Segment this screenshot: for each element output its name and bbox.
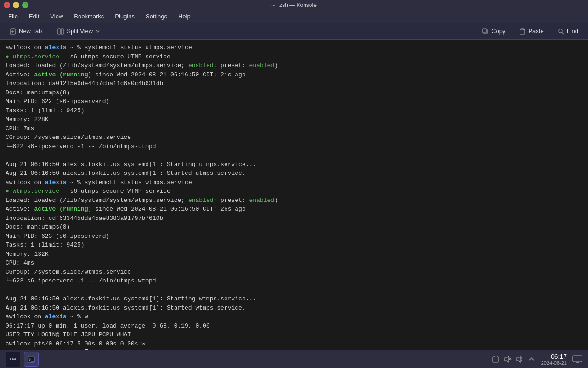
terminal-line: Loaded: loaded (/lib/systemd/system/utmp… [6,61,582,70]
taskbar: 06:17 2024-08-21 [0,350,588,368]
apps-icon[interactable] [6,352,20,367]
terminal-line: CGroup: /system.slice/utmps.service [6,133,582,142]
svg-point-12 [12,358,14,360]
toolbar-right: Copy Paste Find [476,25,584,37]
terminal-line: └─623 s6-ipcserverd -1 -- /bin/utmps-wtm… [6,276,582,286]
terminal-line: Aug 21 06:16:50 alexis.foxkit.us systemd… [6,169,582,178]
copy-button[interactable]: Copy [476,25,511,37]
terminal-line: CPU: 4ms [6,259,582,268]
find-button[interactable]: Find [552,25,584,37]
terminal-line: awilcox on alexis ~ % systemctl status u… [6,43,582,52]
split-view-label: Split View [67,28,93,34]
taskbar-left [6,352,39,367]
menu-edit[interactable]: Edit [24,12,44,21]
menu-settings[interactable]: Settings [141,12,172,21]
new-tab-button[interactable]: New Tab [4,25,48,37]
svg-point-13 [14,358,16,360]
terminal-line: Loaded: loaded (/lib/systemd/system/wtmp… [6,196,582,205]
terminal-line: Active: active (running) since Wed 2024-… [6,205,582,214]
copy-label: Copy [492,28,505,34]
menu-help[interactable]: Help [174,12,195,21]
titlebar-controls: × − □ [4,2,28,8]
menu-plugins[interactable]: Plugins [110,12,139,21]
find-icon [558,28,564,34]
find-label: Find [567,28,578,34]
titlebar: × − □ ~ : zsh — Konsole [0,0,588,10]
chevron-down-icon [96,29,100,34]
terminal-taskbar-icon[interactable] [24,352,39,367]
terminal[interactable]: awilcox on alexis ~ % systemctl status u… [0,40,588,350]
terminal-line: Aug 21 06:16:50 alexis.foxkit.us systemd… [6,160,582,169]
volume-icon[interactable] [515,355,524,363]
split-view-button[interactable]: Split View [51,25,106,37]
terminal-line: Tasks: 1 (limit: 9425) [6,241,582,250]
svg-rect-8 [521,29,524,30]
terminal-line: Invocation: da01215e6de44b7cba11c6a0c4b6… [6,79,582,88]
svg-rect-6 [483,29,486,33]
split-view-icon [57,28,64,34]
svg-line-10 [562,32,564,34]
terminal-line: Main PID: 623 (s6-ipcserverd) [6,232,582,241]
terminal-line: Docs: man:utmps(8) [6,88,582,98]
copy-icon [482,28,489,34]
svg-rect-14 [28,356,34,362]
terminal-line [6,286,582,295]
menu-view[interactable]: View [45,12,68,21]
svg-point-9 [559,29,562,33]
terminal-line: ● utmps.service – s6-utmps secure UTMP s… [6,52,582,62]
minimize-button[interactable]: − [13,2,19,8]
menu-file[interactable]: File [4,12,23,21]
new-tab-icon [10,28,16,34]
svg-rect-22 [573,356,582,362]
terminal-line: 06:17:17 up 0 min, 1 user, load average:… [6,322,582,331]
maximize-button[interactable]: □ [22,2,28,8]
menubar: File Edit View Bookmarks Plugins Setting… [0,10,588,23]
volume-mute-icon[interactable] [503,355,512,363]
terminal-line: Main PID: 622 (s6-ipcserverd) [6,97,582,106]
svg-point-11 [10,358,11,360]
clipboard-icon[interactable] [492,355,500,363]
terminal-line: awilcox on alexis ~ % w [6,312,582,322]
window-title: ~ : zsh — Konsole [271,2,317,8]
svg-rect-3 [58,29,60,34]
system-icons [492,355,536,363]
terminal-line: Tasks: 1 (limit: 9425) [6,106,582,115]
terminal-line: Memory: 228K [6,115,582,124]
paste-icon [519,28,526,34]
terminal-line [6,151,582,160]
paste-button[interactable]: Paste [513,25,549,37]
terminal-line: Aug 21 06:16:50 alexis.foxkit.us systemd… [6,304,582,313]
svg-rect-17 [494,356,497,357]
svg-rect-4 [61,29,63,34]
paste-label: Paste [528,28,543,34]
clock-date: 2024-08-21 [541,360,567,366]
terminal-line: CGroup: /system.slice/wtmps.service [6,268,582,277]
terminal-line: Invocation: cdf633445dda45ae8383a91797b7… [6,214,582,223]
terminal-line: Active: active (running) since Wed 2024-… [6,70,582,80]
clock: 06:17 2024-08-21 [541,353,567,366]
terminal-line: Aug 21 06:16:50 alexis.foxkit.us systemd… [6,294,582,304]
terminal-line: CPU: 7ms [6,124,582,133]
menu-bookmarks[interactable]: Bookmarks [69,12,108,21]
terminal-line: └─622 s6-ipcserverd -1 -- /bin/utmps-utm… [6,142,582,151]
arrow-up-icon[interactable] [527,355,536,363]
new-tab-label: New Tab [19,28,42,34]
terminal-line: Memory: 132K [6,250,582,259]
close-button[interactable]: × [4,2,10,8]
terminal-line: USER TTY LOGIN@ IDLE JCPU PCPU WHAT [6,330,582,339]
display-icon[interactable] [572,355,582,363]
terminal-line: Docs: man:utmps(8) [6,223,582,232]
svg-marker-21 [517,356,520,362]
terminal-line: ● wtmps.service – s6-utmps secure WTMP s… [6,187,582,196]
taskbar-right: 06:17 2024-08-21 [492,353,582,366]
terminal-line: awilcox pts/0 06:17 5.00s 0.00s 0.00s w [6,339,582,349]
clock-time: 06:17 [541,353,567,360]
svg-marker-18 [505,356,509,362]
toolbar: New Tab Split View Copy Paste [0,23,588,40]
terminal-line: awilcox on alexis ~ % systemctl status w… [6,178,582,187]
